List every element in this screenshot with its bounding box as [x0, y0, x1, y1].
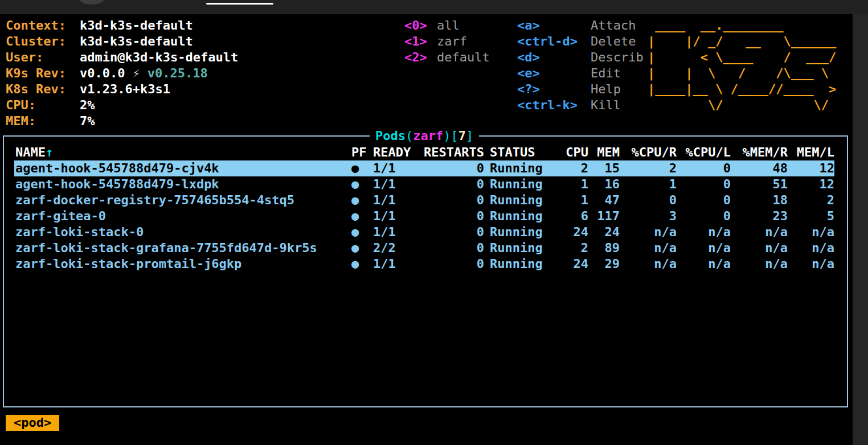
column-header-status: STATUS [484, 145, 551, 160]
cell-ready: 1/1 [372, 160, 421, 176]
hotkey-key: <?> [517, 81, 591, 97]
hotkey-item[interactable]: <ctrl-k>Kill [517, 97, 644, 113]
hotkey-label: Attach [591, 18, 636, 32]
pod-status-dot-icon: ● [350, 256, 372, 272]
namespace-label: zarf [437, 34, 467, 48]
tab-underline [206, 3, 273, 5]
table-row[interactable]: agent-hook-545788d479-lxdpk●1/10Running1… [14, 176, 834, 192]
column-header-mem: MEM [588, 145, 620, 160]
hotkey-item[interactable]: <a>Attach [517, 18, 644, 34]
cell-name: zarf-loki-stack-grafana-7755fd647d-9kr5s [14, 240, 350, 256]
cell-mem: 117 [588, 208, 620, 224]
cell-restarts: 0 [421, 160, 484, 176]
info-row: K8s Rev:v1.23.6+k3s1 [6, 81, 238, 97]
namespace-key: <2> [404, 50, 437, 65]
pod-status-dot-icon: ● [350, 176, 372, 192]
info-value: v0.0.0 [80, 66, 125, 80]
table-row[interactable]: agent-hook-545788d479-cjv4k●1/10Running2… [14, 160, 834, 176]
hotkey-item[interactable]: <ctrl-d>Delete [517, 34, 644, 50]
hotkey-key: <d> [517, 50, 591, 65]
cell-pcpu_l: 0 [677, 160, 731, 176]
table-body: agent-hook-545788d479-cjv4k●1/10Running2… [4, 160, 847, 272]
cell-restarts: 0 [421, 224, 484, 240]
cell-restarts: 0 [421, 208, 484, 224]
info-value: admin@k3d-k3s-default [80, 50, 238, 64]
cell-status: Running [484, 192, 551, 208]
cell-mem_l: 12 [788, 160, 834, 176]
crumb-pod[interactable]: <pod> [6, 415, 59, 431]
table-row[interactable]: zarf-loki-stack-promtail-j6gkp●1/10Runni… [14, 256, 834, 272]
hotkey-key: <a> [517, 18, 591, 34]
info-value: 7% [80, 114, 95, 128]
namespace-shortcut-list: <0>all<1>zarf<2>default [404, 18, 490, 65]
info-label: K8s Rev: [6, 81, 80, 97]
cell-pmem_r: 23 [731, 208, 788, 224]
crumb-pod-label: <pod> [14, 415, 51, 430]
info-row: User:admin@k3d-k3s-default [6, 50, 238, 65]
pods-table-frame: Pods(zarf)[7] NAME↑PFREADYRESTARTSSTATUS… [3, 135, 848, 407]
info-bolt: ⚡ [132, 66, 140, 80]
info-upgrade: v0.25.18 [148, 66, 208, 80]
info-value: k3d-k3s-default [80, 34, 193, 48]
table-title-bracket: ] [466, 129, 473, 143]
info-row: K9s Rev:v0.0.0⚡v0.25.18 [6, 65, 238, 81]
hotkey-key: <ctrl-d> [517, 34, 591, 50]
sort-ascending-icon: ↑ [46, 145, 53, 159]
hotkey-key: <ctrl-k> [517, 97, 591, 113]
cell-pcpu_l: 0 [677, 192, 731, 208]
namespace-item[interactable]: <2>default [404, 50, 490, 65]
cell-cpu: 2 [551, 240, 588, 256]
cell-name: agent-hook-545788d479-cjv4k [14, 160, 350, 176]
cell-mem_l: 2 [788, 192, 834, 208]
cell-mem_l: 5 [788, 208, 834, 224]
table-title-count: 7 [458, 129, 466, 143]
column-header--cpu-l: %CPU/L [677, 145, 731, 160]
cell-pcpu_r: 3 [620, 208, 677, 224]
table-row[interactable]: zarf-docker-registry-757465b554-4stq5●1/… [14, 192, 834, 208]
table-row[interactable]: zarf-loki-stack-grafana-7755fd647d-9kr5s… [14, 240, 834, 256]
cell-pcpu_l: n/a [677, 240, 731, 256]
cell-pcpu_r: 0 [620, 192, 677, 208]
cell-restarts: 0 [421, 256, 484, 272]
info-label: User: [6, 50, 80, 65]
column-header-ready: READY [372, 145, 421, 160]
window-topbar [0, 0, 868, 14]
info-label: MEM: [6, 113, 80, 129]
table-row[interactable]: zarf-loki-stack-0●1/10Running2424n/an/an… [14, 224, 834, 240]
table-row[interactable]: zarf-gitea-0●1/10Running611730235 [14, 208, 834, 224]
cell-cpu: 1 [551, 176, 588, 192]
namespace-key: <0> [404, 18, 437, 34]
table-title: Pods(zarf)[7] [370, 127, 479, 145]
table-title-paren: ) [443, 129, 451, 143]
namespace-item[interactable]: <0>all [404, 18, 490, 34]
cell-mem_l: n/a [788, 240, 834, 256]
cell-status: Running [484, 256, 551, 272]
hotkey-item[interactable]: <d>Describ [517, 50, 644, 65]
cell-ready: 1/1 [372, 208, 421, 224]
pod-status-dot-icon: ● [350, 192, 372, 208]
cell-pcpu_l: 0 [677, 176, 731, 192]
namespace-label: default [437, 50, 490, 64]
cell-restarts: 0 [421, 192, 484, 208]
cell-ready: 1/1 [372, 224, 421, 240]
cell-pmem_r: n/a [731, 224, 788, 240]
cell-restarts: 0 [421, 240, 484, 256]
table-title-resource: Pods [375, 129, 406, 143]
cell-mem_l: n/a [788, 224, 834, 240]
cell-mem_l: 12 [788, 176, 834, 192]
pod-status-dot-icon: ● [350, 208, 372, 224]
namespace-item[interactable]: <1>zarf [404, 34, 490, 50]
cell-mem: 89 [588, 240, 620, 256]
table-title-bracket: [ [451, 129, 458, 143]
cluster-info-panel: Context:k3d-k3s-defaultCluster:k3d-k3s-d… [6, 18, 238, 129]
column-header--mem-r: %MEM/R [731, 145, 788, 160]
cell-status: Running [484, 160, 551, 176]
cell-name: zarf-loki-stack-0 [14, 224, 350, 240]
cell-cpu: 24 [551, 256, 588, 272]
hotkey-item[interactable]: <?>Help [517, 81, 644, 97]
info-label: Context: [6, 18, 80, 34]
hotkey-item[interactable]: <e>Edit [517, 65, 644, 81]
hotkey-label: Edit [591, 66, 621, 80]
info-row: Context:k3d-k3s-default [6, 18, 238, 34]
pod-status-dot-icon: ● [350, 224, 372, 240]
